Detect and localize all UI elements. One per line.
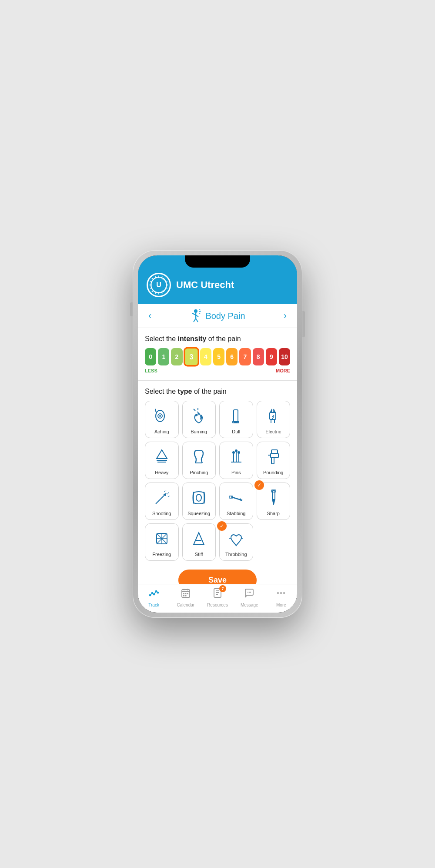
svg-rect-81: [183, 593, 184, 594]
svg-point-95: [283, 592, 285, 594]
pain-item-freezing[interactable]: Freezing: [145, 523, 179, 561]
svg-rect-82: [185, 593, 186, 594]
intensity-btn-5[interactable]: 5: [213, 348, 224, 365]
intensity-btn-0[interactable]: 0: [145, 348, 156, 365]
sharp-icon: [263, 487, 284, 508]
svg-line-25: [199, 311, 201, 312]
message-tab-label: Message: [241, 603, 258, 607]
intensity-btn-9[interactable]: 9: [266, 348, 277, 365]
pain-item-stiff[interactable]: Stiff: [182, 523, 216, 561]
pain-item-squeezing[interactable]: Squeezing: [182, 483, 216, 520]
logo-svg: U: [148, 273, 170, 297]
page-nav: ‹ Body Pain: [138, 304, 297, 328]
throbbing-label: Throbbing: [225, 552, 247, 557]
svg-point-92: [250, 592, 251, 593]
intensity-legend: LESS MORE: [145, 368, 290, 373]
pain-item-stabbing[interactable]: Stabbing: [219, 483, 253, 520]
svg-rect-84: [183, 595, 184, 597]
body-pain-icon: [190, 309, 202, 323]
shooting-label: Shooting: [152, 511, 171, 516]
pain-item-pounding[interactable]: Pounding: [257, 442, 291, 479]
burning-label: Burning: [191, 429, 207, 434]
stiff-icon: [188, 528, 209, 549]
aching-icon: [151, 406, 172, 426]
dull-label: Dull: [232, 429, 240, 434]
svg-point-56: [196, 494, 201, 501]
intensity-btn-2[interactable]: 2: [171, 348, 182, 365]
svg-point-74: [153, 594, 154, 595]
svg-line-23: [196, 318, 198, 322]
pain-item-heavy[interactable]: Heavy: [145, 442, 179, 479]
svg-marker-35: [157, 450, 167, 459]
save-button[interactable]: Save: [178, 570, 257, 584]
shooting-icon: [151, 487, 172, 508]
heavy-icon: [151, 446, 172, 467]
intensity-btn-3[interactable]: 3: [184, 347, 199, 367]
more-label: MORE: [276, 368, 290, 373]
svg-line-24: [199, 309, 200, 310]
svg-point-94: [280, 592, 282, 594]
intensity-btn-8[interactable]: 8: [253, 348, 264, 365]
dull-icon: [226, 406, 247, 426]
squeezing-icon: [188, 487, 209, 508]
aching-label: Aching: [154, 429, 169, 434]
svg-text:U: U: [156, 281, 161, 288]
phone-inner: U UMC Utrecht ‹: [138, 255, 297, 613]
intensity-btn-6[interactable]: 6: [226, 348, 238, 365]
stabbing-label: Stabbing: [227, 511, 245, 516]
tab-calendar[interactable]: Calendar: [170, 588, 201, 607]
svg-marker-61: [272, 499, 275, 505]
svg-point-76: [157, 592, 158, 593]
notch: [185, 255, 250, 268]
resources-tab-icon: 7: [212, 588, 223, 601]
pins-icon: [226, 446, 247, 467]
app-logo: U: [147, 273, 171, 297]
tab-more[interactable]: More: [265, 588, 297, 607]
prev-button[interactable]: ‹: [145, 308, 155, 323]
section-divider: [138, 380, 297, 381]
intensity-btn-1[interactable]: 1: [158, 348, 169, 365]
pins-label: Pins: [231, 470, 241, 475]
next-button[interactable]: ›: [280, 308, 290, 323]
svg-point-93: [277, 592, 279, 594]
svg-point-72: [149, 595, 151, 596]
calendar-tab-label: Calendar: [177, 603, 195, 607]
pounding-icon: [263, 446, 284, 467]
svg-rect-32: [234, 410, 238, 422]
pain-item-throbbing[interactable]: ✓ Throbbing: [219, 523, 253, 561]
pain-item-dull[interactable]: Dull: [219, 401, 253, 438]
header-title: UMC Utrecht: [176, 279, 234, 291]
message-tab-icon: [244, 588, 254, 601]
svg-line-26: [199, 313, 200, 314]
freezing-icon: [151, 528, 172, 549]
resources-badge: 7: [219, 585, 226, 592]
selected-check-badge: ✓: [217, 521, 227, 531]
tab-track[interactable]: Track: [138, 588, 170, 607]
pain-item-burning[interactable]: Burning: [182, 401, 216, 438]
svg-line-53: [164, 490, 166, 492]
pain-item-electric[interactable]: Electric: [257, 401, 291, 438]
more-tab-label: More: [276, 603, 286, 607]
svg-line-22: [194, 318, 196, 322]
svg-rect-83: [187, 593, 188, 594]
svg-point-73: [151, 593, 153, 594]
throbbing-icon: [226, 528, 247, 549]
track-tab-label: Track: [148, 603, 159, 607]
tab-message[interactable]: Message: [234, 588, 265, 607]
intensity-scale: 012345678910: [145, 348, 290, 365]
page-title-area: Body Pain: [190, 309, 245, 323]
intensity-btn-7[interactable]: 7: [239, 348, 251, 365]
pain-item-aching[interactable]: Aching: [145, 401, 179, 438]
svg-rect-47: [271, 450, 278, 453]
pain-item-pinching[interactable]: Pinching: [182, 442, 216, 479]
pain-item-pins[interactable]: Pins: [219, 442, 253, 479]
tab-bar: TrackCalendar7ResourcesMessageMore: [138, 584, 297, 613]
pain-item-shooting[interactable]: Shooting: [145, 483, 179, 520]
tab-resources[interactable]: 7Resources: [201, 588, 233, 607]
intensity-btn-10[interactable]: 10: [279, 348, 290, 365]
pain-item-sharp[interactable]: ✓ Sharp: [257, 483, 291, 520]
phone-frame: U UMC Utrecht ‹: [133, 250, 302, 618]
svg-line-5: [152, 278, 154, 280]
intensity-btn-4[interactable]: 4: [200, 348, 211, 365]
svg-point-90: [248, 592, 248, 593]
